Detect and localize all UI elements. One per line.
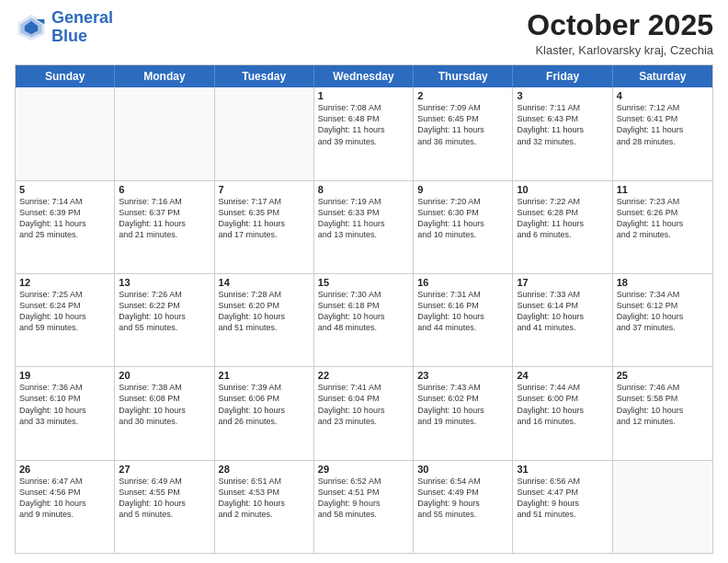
calendar-cell: 3Sunrise: 7:11 AMSunset: 6:43 PMDaylight… [513, 87, 612, 179]
day-number: 28 [219, 464, 310, 475]
day-number: 18 [617, 277, 709, 288]
day-number: 7 [219, 184, 310, 195]
day-number: 15 [318, 277, 409, 288]
calendar-header: Sunday Monday Tuesday Wednesday Thursday… [16, 65, 712, 87]
cell-text: Sunrise: 7:09 AMSunset: 6:45 PMDaylight:… [417, 102, 508, 147]
day-number: 10 [517, 184, 608, 195]
day-number: 12 [19, 277, 110, 288]
calendar-cell: 4Sunrise: 7:12 AMSunset: 6:41 PMDaylight… [613, 87, 712, 179]
cell-text: Sunrise: 6:51 AMSunset: 4:53 PMDaylight:… [219, 476, 310, 521]
calendar-cell: 10Sunrise: 7:22 AMSunset: 6:28 PMDayligh… [513, 181, 612, 273]
cell-text: Sunrise: 7:23 AMSunset: 6:26 PMDaylight:… [617, 196, 709, 241]
cell-text: Sunrise: 7:36 AMSunset: 6:10 PMDaylight:… [19, 382, 110, 427]
day-number: 1 [318, 90, 409, 101]
logo-text: General Blue [51, 9, 113, 46]
header-saturday: Saturday [613, 65, 712, 87]
day-number: 6 [119, 184, 210, 195]
calendar-cell: 22Sunrise: 7:41 AMSunset: 6:04 PMDayligh… [314, 367, 414, 459]
day-number: 19 [19, 370, 110, 381]
day-number: 20 [119, 370, 210, 381]
cell-text: Sunrise: 7:17 AMSunset: 6:35 PMDaylight:… [219, 196, 310, 241]
calendar-cell [115, 87, 214, 179]
cell-text: Sunrise: 7:14 AMSunset: 6:39 PMDaylight:… [19, 196, 110, 241]
day-number: 11 [617, 184, 709, 195]
cell-text: Sunrise: 7:33 AMSunset: 6:14 PMDaylight:… [517, 289, 608, 334]
calendar-row-3: 19Sunrise: 7:36 AMSunset: 6:10 PMDayligh… [16, 366, 712, 459]
cell-text: Sunrise: 7:41 AMSunset: 6:04 PMDaylight:… [318, 382, 409, 427]
day-number: 3 [517, 90, 608, 101]
day-number: 16 [417, 277, 508, 288]
cell-text: Sunrise: 7:11 AMSunset: 6:43 PMDaylight:… [517, 102, 608, 147]
cell-text: Sunrise: 7:30 AMSunset: 6:18 PMDaylight:… [318, 289, 409, 334]
calendar-cell: 31Sunrise: 6:56 AMSunset: 4:47 PMDayligh… [513, 461, 612, 553]
calendar-cell: 23Sunrise: 7:43 AMSunset: 6:02 PMDayligh… [414, 367, 513, 459]
cell-text: Sunrise: 6:56 AMSunset: 4:47 PMDaylight:… [517, 476, 608, 521]
cell-text: Sunrise: 7:25 AMSunset: 6:24 PMDaylight:… [19, 289, 110, 334]
cell-text: Sunrise: 7:38 AMSunset: 6:08 PMDaylight:… [119, 382, 210, 427]
calendar-cell: 9Sunrise: 7:20 AMSunset: 6:30 PMDaylight… [414, 181, 513, 273]
calendar-cell: 16Sunrise: 7:31 AMSunset: 6:16 PMDayligh… [414, 274, 513, 366]
calendar-cell: 30Sunrise: 6:54 AMSunset: 4:49 PMDayligh… [414, 461, 513, 553]
calendar-cell: 8Sunrise: 7:19 AMSunset: 6:33 PMDaylight… [314, 181, 414, 273]
calendar-cell: 28Sunrise: 6:51 AMSunset: 4:53 PMDayligh… [215, 461, 314, 553]
header-sunday: Sunday [16, 65, 115, 87]
cell-text: Sunrise: 7:16 AMSunset: 6:37 PMDaylight:… [119, 196, 210, 241]
cell-text: Sunrise: 7:39 AMSunset: 6:06 PMDaylight:… [219, 382, 310, 427]
day-number: 24 [517, 370, 608, 381]
calendar-cell [16, 87, 115, 179]
calendar-cell: 6Sunrise: 7:16 AMSunset: 6:37 PMDaylight… [115, 181, 214, 273]
calendar-cell: 11Sunrise: 7:23 AMSunset: 6:26 PMDayligh… [613, 181, 712, 273]
header-friday: Friday [513, 65, 612, 87]
location: Klaster, Karlovarsky kraj, Czechia [527, 43, 713, 57]
calendar-cell: 25Sunrise: 7:46 AMSunset: 5:58 PMDayligh… [613, 367, 712, 459]
day-number: 13 [119, 277, 210, 288]
calendar-cell: 13Sunrise: 7:26 AMSunset: 6:22 PMDayligh… [115, 274, 214, 366]
cell-text: Sunrise: 7:43 AMSunset: 6:02 PMDaylight:… [417, 382, 508, 427]
calendar-cell: 2Sunrise: 7:09 AMSunset: 6:45 PMDaylight… [414, 87, 513, 179]
calendar-cell: 14Sunrise: 7:28 AMSunset: 6:20 PMDayligh… [215, 274, 314, 366]
calendar-cell: 7Sunrise: 7:17 AMSunset: 6:35 PMDaylight… [215, 181, 314, 273]
calendar-cell [215, 87, 314, 179]
calendar-cell: 20Sunrise: 7:38 AMSunset: 6:08 PMDayligh… [115, 367, 214, 459]
header: General Blue October 2025 Klaster, Karlo… [15, 9, 713, 57]
day-number: 2 [417, 90, 508, 101]
calendar-cell: 26Sunrise: 6:47 AMSunset: 4:56 PMDayligh… [16, 461, 115, 553]
cell-text: Sunrise: 7:19 AMSunset: 6:33 PMDaylight:… [318, 196, 409, 241]
calendar-cell: 27Sunrise: 6:49 AMSunset: 4:55 PMDayligh… [115, 461, 214, 553]
page: General Blue October 2025 Klaster, Karlo… [0, 0, 728, 563]
calendar-row-2: 12Sunrise: 7:25 AMSunset: 6:24 PMDayligh… [16, 273, 712, 366]
day-number: 23 [417, 370, 508, 381]
day-number: 8 [318, 184, 409, 195]
calendar-row-0: 1Sunrise: 7:08 AMSunset: 6:48 PMDaylight… [16, 87, 712, 179]
logo-blue: Blue [51, 27, 87, 45]
calendar-cell: 21Sunrise: 7:39 AMSunset: 6:06 PMDayligh… [215, 367, 314, 459]
cell-text: Sunrise: 7:28 AMSunset: 6:20 PMDaylight:… [219, 289, 310, 334]
calendar-cell: 18Sunrise: 7:34 AMSunset: 6:12 PMDayligh… [613, 274, 712, 366]
cell-text: Sunrise: 7:26 AMSunset: 6:22 PMDaylight:… [119, 289, 210, 334]
day-number: 9 [417, 184, 508, 195]
day-number: 25 [617, 370, 709, 381]
calendar-cell: 17Sunrise: 7:33 AMSunset: 6:14 PMDayligh… [513, 274, 612, 366]
day-number: 31 [517, 464, 608, 475]
cell-text: Sunrise: 6:47 AMSunset: 4:56 PMDaylight:… [19, 476, 110, 521]
cell-text: Sunrise: 7:22 AMSunset: 6:28 PMDaylight:… [517, 196, 608, 241]
header-wednesday: Wednesday [314, 65, 414, 87]
calendar-cell [613, 461, 712, 553]
calendar-row-4: 26Sunrise: 6:47 AMSunset: 4:56 PMDayligh… [16, 460, 712, 553]
day-number: 26 [19, 464, 110, 475]
header-thursday: Thursday [414, 65, 513, 87]
cell-text: Sunrise: 7:31 AMSunset: 6:16 PMDaylight:… [417, 289, 508, 334]
title-block: October 2025 Klaster, Karlovarsky kraj, … [527, 9, 713, 57]
cell-text: Sunrise: 6:52 AMSunset: 4:51 PMDaylight:… [318, 476, 409, 521]
day-number: 30 [417, 464, 508, 475]
day-number: 22 [318, 370, 409, 381]
cell-text: Sunrise: 6:54 AMSunset: 4:49 PMDaylight:… [417, 476, 508, 521]
calendar-cell: 15Sunrise: 7:30 AMSunset: 6:18 PMDayligh… [314, 274, 414, 366]
day-number: 5 [19, 184, 110, 195]
cell-text: Sunrise: 6:49 AMSunset: 4:55 PMDaylight:… [119, 476, 210, 521]
calendar-cell: 5Sunrise: 7:14 AMSunset: 6:39 PMDaylight… [16, 181, 115, 273]
cell-text: Sunrise: 7:20 AMSunset: 6:30 PMDaylight:… [417, 196, 508, 241]
day-number: 21 [219, 370, 310, 381]
calendar: Sunday Monday Tuesday Wednesday Thursday… [15, 64, 713, 554]
logo-general: General [51, 8, 113, 27]
